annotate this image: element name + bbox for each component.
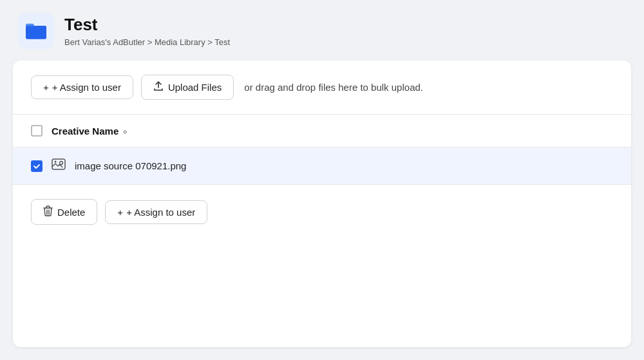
upload-icon — [153, 81, 164, 93]
plus-icon-bottom: + — [117, 207, 123, 218]
delete-button[interactable]: Delete — [31, 199, 97, 225]
breadcrumb: Bert Varias's AdButler > Media Library >… — [64, 37, 230, 47]
page-title: Test — [64, 15, 230, 35]
table-header: Creative Name ⬦ — [13, 115, 631, 147]
header-text: Test Bert Varias's AdButler > Media Libr… — [64, 15, 230, 46]
svg-point-6 — [55, 161, 57, 163]
svg-rect-3 — [26, 26, 46, 38]
row-checkbox[interactable] — [31, 160, 43, 172]
file-type-icon — [52, 158, 66, 174]
svg-rect-4 — [52, 159, 65, 169]
header: Test Bert Varias's AdButler > Media Libr… — [0, 0, 644, 61]
upload-files-button[interactable]: Upload Files — [141, 75, 234, 100]
plus-icon: + — [43, 82, 49, 93]
sort-icon: ⬦ — [122, 126, 128, 136]
table-row[interactable]: image source 070921.png — [13, 147, 631, 185]
file-name: image source 070921.png — [75, 160, 186, 171]
column-creative-name: Creative Name ⬦ — [52, 126, 128, 137]
folder-icon — [18, 13, 54, 49]
select-all-checkbox[interactable] — [31, 125, 43, 137]
trash-icon — [43, 205, 53, 218]
toolbar: + + Assign to user Upload Files or drag … — [13, 61, 631, 115]
main-card: + + Assign to user Upload Files or drag … — [13, 61, 631, 347]
bottom-assign-to-user-button[interactable]: + + Assign to user — [105, 200, 207, 224]
bottom-toolbar: Delete + + Assign to user — [13, 185, 631, 239]
drag-drop-text: or drag and drop files here to bulk uplo… — [244, 82, 423, 93]
assign-to-user-button[interactable]: + + Assign to user — [31, 75, 133, 99]
